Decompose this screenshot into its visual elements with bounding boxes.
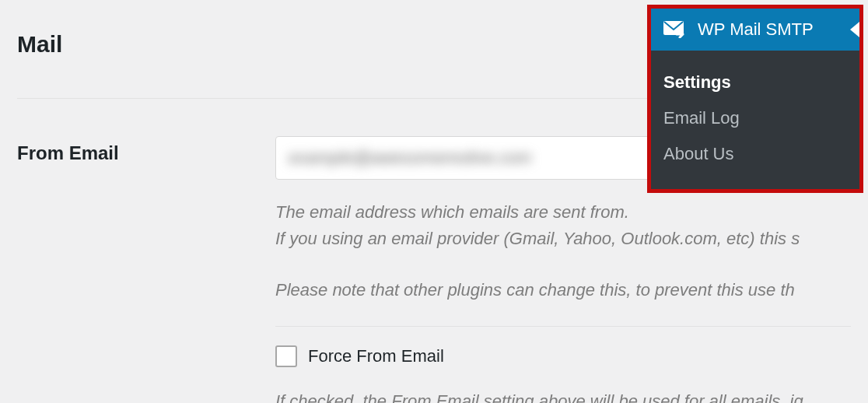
flyout-header[interactable]: WP Mail SMTP <box>651 9 859 51</box>
admin-flyout-menu: WP Mail SMTP Settings Email Log About Us <box>647 5 863 193</box>
from-email-value: example@awesomemotive.com <box>289 148 531 168</box>
flyout-item-email-log[interactable]: Email Log <box>663 100 847 136</box>
force-from-email-checkbox[interactable] <box>275 345 297 367</box>
force-from-email-label: Force From Email <box>308 346 444 366</box>
from-email-label: From Email <box>17 136 275 164</box>
flyout-title: WP Mail SMTP <box>698 19 814 40</box>
help-text: The email address which emails are sent … <box>275 200 851 225</box>
help-text: If you using an email provider (Gmail, Y… <box>275 226 851 251</box>
force-from-email-row: Force From Email <box>275 345 851 367</box>
flyout-item-about-us[interactable]: About Us <box>663 136 847 172</box>
flyout-item-settings[interactable]: Settings <box>663 65 847 100</box>
inner-divider <box>275 326 851 327</box>
help-text: If checked, the From Email setting above… <box>275 389 851 403</box>
caret-left-icon <box>850 22 859 37</box>
help-text: Please note that other plugins can chang… <box>275 278 851 303</box>
flyout-body: Settings Email Log About Us <box>651 51 859 189</box>
mail-arrow-icon <box>663 21 687 38</box>
